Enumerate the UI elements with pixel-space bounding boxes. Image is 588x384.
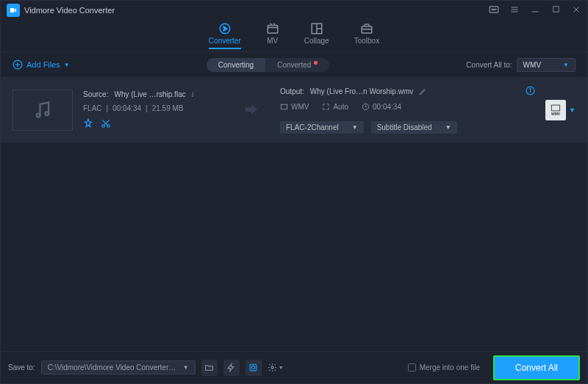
window-controls xyxy=(489,5,581,15)
output-format: WMV xyxy=(280,103,309,111)
svg-point-34 xyxy=(252,366,255,369)
source-meta: FLAC | 00:04:34 | 21.59 MB xyxy=(83,104,230,112)
tab-toolbox[interactable]: Toolbox xyxy=(354,22,379,49)
chevron-down-icon: ▼ xyxy=(279,365,284,370)
output-duration: 00:04:34 xyxy=(362,103,401,111)
merge-checkbox[interactable]: Merge into one file xyxy=(408,363,480,372)
cut-icon[interactable] xyxy=(101,118,111,130)
toolbar: Add Files ▼ Converting Converted Convert… xyxy=(1,52,587,77)
main-tabs: Converter MV Collage Toolbox xyxy=(1,20,587,52)
audio-select[interactable]: FLAC-2Channel ▼ xyxy=(280,121,364,134)
minimize-icon[interactable] xyxy=(530,5,540,15)
output-line: Output: Why (Live Fro…n Worship.wmv xyxy=(280,86,535,97)
add-files-label: Add Files xyxy=(26,60,60,69)
thumbnail[interactable] xyxy=(12,90,73,131)
svg-point-3 xyxy=(495,9,496,10)
svg-point-22 xyxy=(46,112,49,115)
source-name: Why (Live …rship.flac xyxy=(114,90,185,98)
edit-icon[interactable] xyxy=(419,87,427,95)
window: Vidmore Video Converter Converter xyxy=(0,0,588,384)
source-codec: FLAC xyxy=(83,104,102,112)
subtitle-select[interactable]: Subtitle Disabled ▼ xyxy=(371,121,457,134)
svg-point-35 xyxy=(271,366,273,369)
svg-point-1 xyxy=(492,9,492,10)
svg-point-21 xyxy=(37,113,40,117)
settings-button[interactable]: ▼ xyxy=(268,360,284,376)
svg-rect-13 xyxy=(268,26,278,34)
gpu-off-button[interactable] xyxy=(223,360,240,376)
source-line: Source: Why (Live …rship.flac i xyxy=(83,90,230,98)
target-format-select[interactable]: WMV ▼ xyxy=(517,58,576,72)
open-folder-button[interactable] xyxy=(201,360,218,376)
chevron-down-icon: ▼ xyxy=(563,62,569,68)
chevron-down-icon: ▼ xyxy=(569,106,576,114)
source-size: 21.59 MB xyxy=(152,104,184,112)
output-name: Why (Live Fro…n Worship.wmv xyxy=(310,87,413,95)
svg-rect-30 xyxy=(281,104,287,109)
status-segment: Converting Converted xyxy=(207,58,330,72)
source-duration: 00:04:34 xyxy=(112,104,141,112)
save-to-label: Save to: xyxy=(8,363,35,372)
svg-point-2 xyxy=(493,9,494,10)
source-label: Source: xyxy=(83,90,108,98)
svg-point-29 xyxy=(530,88,531,89)
expand-icon xyxy=(322,103,330,111)
output-label: Output: xyxy=(280,87,304,95)
tab-label: MV xyxy=(267,37,278,45)
save-path-value: C:\Vidmore\Vidmore Video Converter\Conve… xyxy=(48,363,177,372)
chevron-down-icon: ▼ xyxy=(445,124,451,131)
source-column: Source: Why (Live …rship.flac i FLAC | 0… xyxy=(83,90,230,130)
chevron-down-icon: ▼ xyxy=(64,62,70,68)
titlebar: Vidmore Video Converter xyxy=(1,1,587,20)
target-format-value: WMV xyxy=(523,61,541,69)
output-selects: FLAC-2Channel ▼ Subtitle Disabled ▼ xyxy=(280,121,535,134)
output-column: Output: Why (Live Fro…n Worship.wmv WMV … xyxy=(280,86,535,134)
format-picker[interactable]: WMV ▼ xyxy=(545,100,576,120)
chevron-down-icon: ▼ xyxy=(352,124,358,131)
source-tools xyxy=(83,118,230,130)
menu-icon[interactable] xyxy=(509,5,520,15)
app-title: Vidmore Video Converter xyxy=(24,6,489,15)
output-resolution: Auto xyxy=(322,103,348,111)
tab-converter[interactable]: Converter xyxy=(209,22,241,49)
format-badge-icon: WMV xyxy=(545,100,566,120)
high-speed-button[interactable] xyxy=(245,360,262,376)
convert-all-button[interactable]: Convert All xyxy=(493,355,580,380)
convert-all-to: Convert All to: WMV ▼ xyxy=(466,58,576,72)
footer: Save to: C:\Vidmore\Vidmore Video Conver… xyxy=(1,351,587,383)
svg-rect-8 xyxy=(553,7,558,12)
tab-label: Toolbox xyxy=(354,37,379,45)
merge-label: Merge into one file xyxy=(420,363,480,372)
clock-icon xyxy=(362,103,370,111)
video-icon xyxy=(280,103,288,111)
svg-rect-32 xyxy=(552,105,560,111)
segment-converted[interactable]: Converted xyxy=(265,58,329,72)
feedback-icon[interactable] xyxy=(489,5,499,15)
convert-all-to-label: Convert All to: xyxy=(466,61,512,69)
tab-mv[interactable]: MV xyxy=(266,22,279,49)
file-row: Source: Why (Live …rship.flac i FLAC | 0… xyxy=(1,77,587,142)
close-icon[interactable] xyxy=(571,5,581,15)
app-icon xyxy=(7,4,20,17)
output-meta: WMV Auto 00:04:34 xyxy=(280,103,535,111)
info-circle-icon[interactable] xyxy=(526,86,535,97)
save-path-select[interactable]: C:\Vidmore\Vidmore Video Converter\Conve… xyxy=(41,361,196,374)
arrow-icon xyxy=(240,101,270,120)
checkbox-box-icon xyxy=(408,363,416,372)
svg-marker-12 xyxy=(223,26,227,31)
maximize-icon[interactable] xyxy=(551,5,561,15)
segment-converting[interactable]: Converting xyxy=(207,58,265,72)
svg-rect-33 xyxy=(250,364,257,371)
tab-collage[interactable]: Collage xyxy=(304,22,329,49)
info-icon[interactable]: i xyxy=(192,90,194,98)
add-files-button[interactable]: Add Files ▼ xyxy=(12,59,70,70)
effects-icon[interactable] xyxy=(83,118,93,130)
notification-dot-icon xyxy=(314,61,318,65)
chevron-down-icon: ▼ xyxy=(183,364,189,371)
tab-label: Converter xyxy=(209,37,241,45)
tab-label: Collage xyxy=(304,37,329,45)
